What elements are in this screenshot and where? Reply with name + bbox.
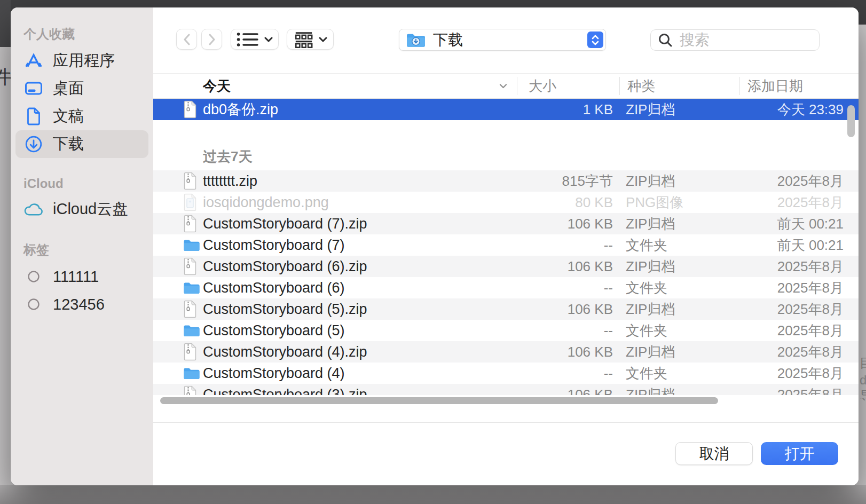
file-date-added: 前天 00:21: [703, 215, 844, 233]
zip-file-icon: [183, 386, 197, 396]
file-size: 815字节: [495, 172, 613, 191]
file-row[interactable]: CustomStoryboard (7).zip106 KBZIP归档前天 00…: [153, 213, 859, 234]
sidebar-item-documents[interactable]: 文稿: [15, 103, 148, 130]
file-row[interactable]: CustomStoryboard (4).zip106 KBZIP归档2025年…: [153, 341, 859, 363]
folder-icon: [183, 281, 200, 295]
file-row[interactable]: CustomStoryboard (4)--文件夹2025年8月: [153, 363, 859, 384]
zip-file-icon: [183, 343, 197, 361]
file-date-added: 2025年8月: [703, 385, 844, 396]
tag-circle-icon: [23, 298, 44, 311]
file-kind: 文件夹: [626, 279, 667, 297]
file-name: CustomStoryboard (6).zip: [203, 258, 367, 275]
file-row[interactable]: iosqidongdemo.png80 KBPNG图像2025年8月: [153, 192, 859, 213]
sidebar-item-tag-111111[interactable]: 111111: [15, 263, 148, 290]
zip-file-icon: [183, 301, 197, 318]
file-row[interactable]: CustomStoryboard (5)--文件夹2025年8月: [153, 320, 859, 341]
list-spacer: [153, 120, 859, 138]
up-down-chevrons-icon: [591, 33, 600, 47]
popup-stepper[interactable]: [587, 32, 603, 48]
file-name: tttttttt.zip: [203, 173, 257, 190]
background-text-fragment: 目: [860, 357, 866, 369]
file-row[interactable]: tttttttt.zip815字节ZIP归档2025年8月: [153, 170, 859, 192]
file-name: CustomStoryboard (4).zip: [203, 344, 367, 360]
chevron-left-icon: [183, 34, 191, 45]
background-text-fragment: 导: [860, 390, 866, 403]
grouping-button[interactable]: [287, 29, 334, 50]
sidebar-item-tag-123456[interactable]: 123456: [15, 290, 148, 318]
file-size: --: [495, 237, 613, 254]
location-popup[interactable]: 下载: [399, 29, 606, 51]
sidebar-item-downloads[interactable]: 下载: [15, 130, 148, 158]
file-name: iosqidongdemo.png: [203, 194, 329, 211]
search-field[interactable]: [650, 29, 820, 51]
file-kind: ZIP归档: [626, 343, 675, 361]
file-row[interactable]: CustomStoryboard (7)--文件夹前天 00:21: [153, 234, 859, 256]
file-name: CustomStoryboard (7).zip: [203, 216, 367, 232]
file-name: CustomStoryboard (3).zip: [203, 387, 367, 396]
file-kind: ZIP归档: [626, 100, 675, 119]
sidebar-item-label: 桌面: [53, 78, 84, 99]
file-row[interactable]: CustomStoryboard (6)--文件夹2025年8月: [153, 277, 859, 298]
open-button[interactable]: 打开: [761, 442, 838, 465]
vertical-scrollbar-thumb[interactable]: [847, 105, 855, 137]
sidebar-section-title: 个人收藏: [23, 26, 153, 43]
column-divider: [619, 77, 620, 95]
zip-file-icon: [183, 215, 197, 233]
group-header-today: 今天: [203, 77, 231, 96]
file-date-added: 2025年8月: [703, 193, 844, 212]
file-date-added: 2025年8月: [703, 257, 844, 276]
file-name: CustomStoryboard (4): [203, 365, 345, 382]
location-label: 下载: [433, 30, 463, 50]
file-kind: ZIP归档: [626, 385, 675, 396]
horizontal-scrollbar-thumb[interactable]: [160, 397, 718, 404]
file-row[interactable]: CustomStoryboard (3).zip106 KBZIP归档2025年…: [153, 384, 859, 395]
file-name: db0备份.zip: [203, 100, 278, 119]
file-size: --: [495, 322, 613, 339]
sidebar-section-title: 标签: [23, 241, 153, 258]
background-text-fragment: 件: [0, 67, 12, 86]
group-collapse-chevron-icon[interactable]: [499, 81, 507, 91]
forward-button[interactable]: [201, 29, 222, 50]
background-bottom: [0, 485, 866, 504]
file-row[interactable]: db0备份.zip1 KBZIP归档今天 23:39: [153, 99, 859, 120]
cancel-button[interactable]: 取消: [675, 442, 753, 465]
folder-icon: [183, 324, 200, 337]
file-row[interactable]: CustomStoryboard (5).zip106 KBZIP归档2025年…: [153, 298, 859, 320]
sidebar-item-desktop[interactable]: 桌面: [15, 75, 148, 103]
group-view-icon: [294, 31, 314, 48]
zip-file-icon: [183, 258, 197, 275]
file-date-added: 2025年8月: [703, 279, 844, 297]
back-button[interactable]: [176, 29, 197, 50]
sidebar-item-label: 下载: [53, 133, 84, 155]
column-header-kind[interactable]: 种类: [627, 77, 655, 96]
column-divider: [517, 77, 517, 95]
file-date-added: 今天 23:39: [703, 100, 844, 119]
file-kind: ZIP归档: [626, 300, 675, 319]
file-size: --: [495, 365, 613, 382]
search-icon: [657, 32, 673, 48]
file-kind: ZIP归档: [626, 257, 675, 276]
column-header-date-added[interactable]: 添加日期: [747, 77, 803, 96]
file-kind: ZIP归档: [626, 172, 675, 191]
list-header: 今天 大小 种类 添加日期: [153, 73, 859, 99]
sidebar: 个人收藏应用程序桌面文稿下载iCloudiCloud云盘标签1111111234…: [11, 7, 153, 485]
zip-file-icon: [183, 172, 197, 190]
folder-icon: [183, 239, 200, 252]
file-row[interactable]: CustomStoryboard (6).zip106 KBZIP归档2025年…: [153, 256, 859, 277]
column-header-size[interactable]: 大小: [529, 77, 556, 96]
file-date-added: 2025年8月: [703, 172, 844, 191]
column-divider: [739, 77, 740, 95]
file-kind: 文件夹: [626, 321, 667, 340]
search-input[interactable]: [679, 31, 804, 49]
file-name: CustomStoryboard (7): [203, 237, 345, 254]
file-kind: ZIP归档: [626, 215, 675, 233]
file-date-added: 前天 00:21: [703, 236, 844, 255]
file-name: CustomStoryboard (5): [203, 322, 345, 339]
downloads-folder-icon: [406, 32, 426, 48]
dialog-content: 下载 今天 大小 种类: [153, 7, 859, 485]
sidebar-item-applications[interactable]: 应用程序: [15, 47, 148, 75]
file-size: 106 KB: [495, 216, 613, 232]
sidebar-item-icloud-drive[interactable]: iCloud云盘: [15, 195, 148, 223]
open-file-dialog: 个人收藏应用程序桌面文稿下载iCloudiCloud云盘标签1111111234…: [11, 7, 859, 485]
view-as-list-button[interactable]: [231, 29, 279, 50]
